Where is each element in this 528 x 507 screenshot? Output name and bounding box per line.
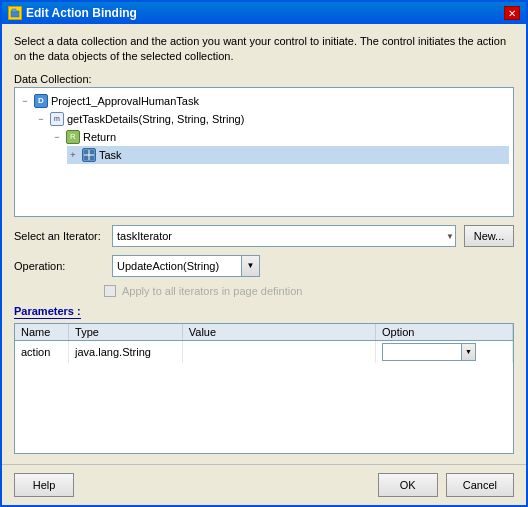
tree-node-method[interactable]: − m getTaskDetails(String, String, Strin… xyxy=(35,110,509,128)
data-collection-label: Data Collection: xyxy=(14,73,514,85)
dialog-content: Select a data collection and the action … xyxy=(2,24,526,464)
parameters-section: Parameters : Name Type Value Option acti… xyxy=(14,305,514,454)
table-icon xyxy=(81,147,97,163)
title-bar: Edit Action Binding ✕ xyxy=(2,2,526,24)
param-value-input[interactable] xyxy=(189,343,369,361)
operation-row: Operation: UpdateAction(String) ▼ xyxy=(14,255,514,277)
expand-icon-1[interactable]: − xyxy=(19,95,31,107)
ok-button[interactable]: OK xyxy=(378,473,438,497)
node-label-1: Project1_ApprovalHumanTask xyxy=(51,95,199,107)
svg-rect-1 xyxy=(12,9,16,12)
data-collection-tree[interactable]: − D Project1_ApprovalHumanTask − m getTa… xyxy=(14,87,514,217)
expand-icon-2[interactable]: − xyxy=(35,113,47,125)
col-value: Value xyxy=(182,324,375,341)
col-name: Name xyxy=(15,324,69,341)
operation-dropdown-button[interactable]: ▼ xyxy=(242,255,260,277)
checkbox-row: Apply to all iterators in page defintion xyxy=(104,285,514,297)
method-icon: m xyxy=(49,111,65,127)
expand-icon-3[interactable]: − xyxy=(51,131,63,143)
params-table-element: Name Type Value Option action java.lang.… xyxy=(15,324,513,363)
node-label-2: getTaskDetails(String, String, String) xyxy=(67,113,244,125)
edit-action-binding-dialog: Edit Action Binding ✕ Select a data coll… xyxy=(0,0,528,507)
apply-all-checkbox xyxy=(104,285,116,297)
expand-icon-4[interactable]: + xyxy=(67,149,79,161)
window-title: Edit Action Binding xyxy=(26,6,137,20)
new-iterator-button[interactable]: New... xyxy=(464,225,514,247)
iterator-dropdown-wrapper: taskIterator ▼ xyxy=(112,225,456,247)
table-row: action java.lang.String ▼ xyxy=(15,340,513,363)
iterator-select[interactable]: taskIterator xyxy=(112,225,456,247)
param-option-select[interactable] xyxy=(382,343,462,361)
return-icon: R xyxy=(65,129,81,145)
param-name-cell: action xyxy=(15,340,69,363)
tree-node-task[interactable]: + Task xyxy=(67,146,509,164)
window-icon xyxy=(8,6,22,20)
footer-right: OK Cancel xyxy=(378,473,514,497)
help-button[interactable]: Help xyxy=(14,473,74,497)
param-option-dropdown-button[interactable]: ▼ xyxy=(462,343,476,361)
iterator-label: Select an Iterator: xyxy=(14,230,104,242)
tree-node-project[interactable]: − D Project1_ApprovalHumanTask xyxy=(19,92,509,110)
cancel-button[interactable]: Cancel xyxy=(446,473,514,497)
operation-label: Operation: xyxy=(14,260,104,272)
col-type: Type xyxy=(69,324,183,341)
iterator-row: Select an Iterator: taskIterator ▼ New..… xyxy=(14,225,514,247)
operation-select[interactable]: UpdateAction(String) xyxy=(112,255,242,277)
tree-node-return[interactable]: − R Return xyxy=(51,128,509,146)
db-icon: D xyxy=(33,93,49,109)
parameters-table: Name Type Value Option action java.lang.… xyxy=(14,323,514,454)
param-option-cell: ▼ xyxy=(376,340,513,363)
operation-select-wrapper: UpdateAction(String) ▼ xyxy=(112,255,260,277)
col-option: Option xyxy=(376,324,513,341)
dialog-footer: Help OK Cancel xyxy=(2,464,526,505)
parameters-label: Parameters : xyxy=(14,305,81,319)
option-cell: ▼ xyxy=(382,343,506,361)
node-label-4: Task xyxy=(99,149,122,161)
close-button[interactable]: ✕ xyxy=(504,6,520,20)
apply-all-label: Apply to all iterators in page defintion xyxy=(122,285,302,297)
param-value-cell[interactable] xyxy=(182,340,375,363)
data-collection-section: Data Collection: − D Project1_ApprovalHu… xyxy=(14,73,514,217)
title-bar-left: Edit Action Binding xyxy=(8,6,137,20)
node-label-3: Return xyxy=(83,131,116,143)
description-text: Select a data collection and the action … xyxy=(14,34,514,65)
param-type-cell: java.lang.String xyxy=(69,340,183,363)
